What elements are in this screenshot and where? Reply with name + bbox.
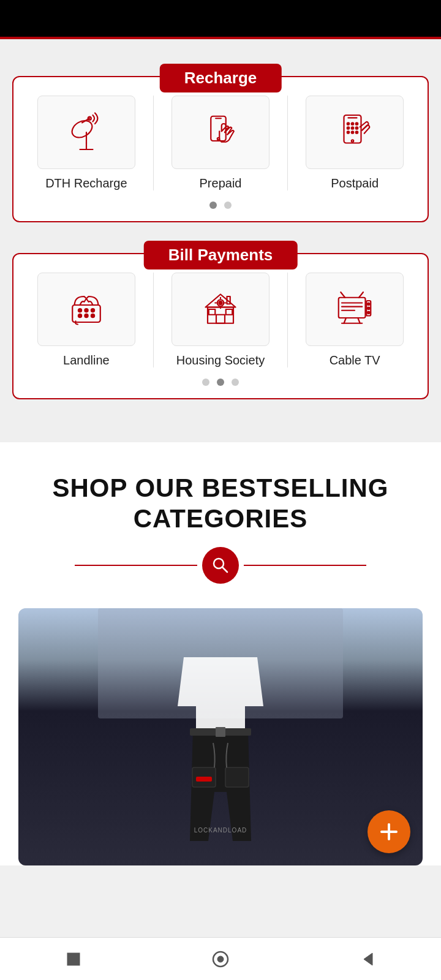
svg-point-25 — [78, 314, 81, 317]
housing-society-item[interactable]: Housing Society — [161, 273, 279, 368]
postpaid-icon-box — [306, 96, 404, 169]
main-content: Recharge — [0, 39, 441, 442]
svg-point-22 — [78, 309, 81, 312]
back-button[interactable] — [349, 941, 386, 978]
dth-recharge-item[interactable]: DTH Recharge — [27, 96, 145, 190]
plus-icon — [378, 821, 400, 843]
prepaid-item[interactable]: Prepaid — [161, 96, 279, 190]
divider-left — [75, 565, 197, 566]
landline-label: Landline — [63, 353, 110, 368]
dot-bp-1 — [202, 379, 209, 386]
prepaid-icon — [199, 111, 242, 154]
svg-line-44 — [341, 292, 345, 298]
svg-rect-40 — [339, 298, 366, 318]
svg-point-50 — [368, 303, 370, 306]
clothing-illustration: LOCKANDLOAD — [98, 608, 343, 865]
back-icon — [358, 949, 377, 969]
dth-label: DTH Recharge — [45, 176, 127, 190]
landline-icon-box — [37, 273, 135, 346]
bill-payments-section: Bill Payments — [12, 253, 429, 399]
svg-point-16 — [352, 127, 354, 129]
divider-2 — [287, 96, 288, 190]
cable-tv-icon — [333, 288, 376, 331]
svg-point-23 — [85, 309, 88, 312]
svg-rect-33 — [227, 296, 230, 304]
landline-item[interactable]: Landline — [27, 273, 145, 368]
svg-point-26 — [85, 314, 88, 317]
svg-point-67 — [217, 956, 224, 962]
recharge-items-row: DTH Recharge — [23, 96, 418, 190]
svg-line-54 — [222, 567, 227, 572]
home-icon — [211, 949, 230, 969]
svg-rect-57 — [216, 727, 225, 737]
svg-text:LOCKANDLOAD: LOCKANDLOAD — [194, 827, 247, 834]
svg-marker-68 — [364, 953, 372, 965]
prepaid-label: Prepaid — [200, 176, 242, 190]
bill-payments-dots — [23, 379, 418, 386]
svg-point-20 — [356, 131, 358, 134]
svg-rect-32 — [226, 309, 233, 315]
svg-point-18 — [347, 131, 350, 134]
dth-icon — [65, 111, 108, 154]
svg-point-27 — [91, 314, 94, 317]
dth-icon-box — [37, 96, 135, 169]
svg-rect-65 — [67, 953, 80, 965]
housing-label: Housing Society — [176, 353, 265, 368]
stop-button[interactable] — [55, 941, 92, 978]
divider-right — [244, 565, 366, 566]
shop-section: SHOP OUR BESTSELLING CATEGORIES — [0, 442, 441, 865]
dot-bp-2 — [217, 379, 224, 386]
search-icon-circle[interactable] — [202, 547, 239, 584]
recharge-section: Recharge — [12, 76, 429, 222]
home-button[interactable] — [202, 941, 239, 978]
postpaid-item[interactable]: Postpaid — [296, 96, 414, 190]
svg-line-41 — [344, 318, 347, 323]
landline-icon — [65, 288, 108, 331]
divider-4 — [287, 273, 288, 368]
svg-point-11 — [352, 140, 354, 142]
svg-point-13 — [352, 123, 354, 125]
svg-rect-59 — [196, 777, 212, 782]
top-status-bar — [0, 0, 441, 37]
divider-3 — [153, 273, 154, 368]
svg-point-12 — [347, 123, 350, 125]
svg-point-19 — [352, 131, 354, 134]
svg-rect-31 — [209, 309, 216, 315]
stop-icon — [64, 949, 83, 969]
cable-tv-label: Cable TV — [330, 353, 380, 368]
postpaid-label: Postpaid — [331, 176, 379, 190]
recharge-title: Recharge — [160, 64, 282, 92]
dot-2 — [224, 202, 232, 209]
svg-rect-30 — [216, 315, 225, 323]
cable-tv-item[interactable]: Cable TV — [296, 273, 414, 368]
housing-icon-box — [172, 273, 270, 346]
cable-tv-icon-box — [306, 273, 404, 346]
dot-1 — [209, 202, 217, 209]
bottom-navigation — [0, 937, 441, 980]
svg-point-24 — [91, 309, 94, 312]
bill-payments-title: Bill Payments — [144, 241, 298, 270]
svg-point-52 — [368, 312, 370, 314]
postpaid-icon — [333, 111, 376, 154]
svg-point-51 — [368, 307, 370, 310]
bill-items-row: Landline — [23, 273, 418, 368]
divider-1 — [153, 96, 154, 190]
svg-point-14 — [356, 123, 358, 125]
search-icon — [211, 556, 230, 575]
svg-point-15 — [347, 127, 350, 129]
fab-add-button[interactable] — [368, 810, 410, 853]
dot-bp-3 — [232, 379, 239, 386]
shop-divider — [12, 547, 429, 584]
svg-rect-60 — [225, 767, 249, 787]
svg-point-17 — [356, 127, 358, 129]
svg-line-45 — [359, 292, 363, 298]
svg-point-3 — [69, 117, 96, 141]
product-card[interactable]: LOCKANDLOAD — [18, 608, 423, 865]
recharge-dots — [23, 202, 418, 209]
prepaid-icon-box — [172, 96, 270, 169]
housing-icon — [199, 288, 242, 331]
shop-title: SHOP OUR BESTSELLING CATEGORIES — [12, 473, 429, 535]
svg-point-35 — [219, 301, 222, 304]
svg-line-42 — [358, 318, 360, 323]
